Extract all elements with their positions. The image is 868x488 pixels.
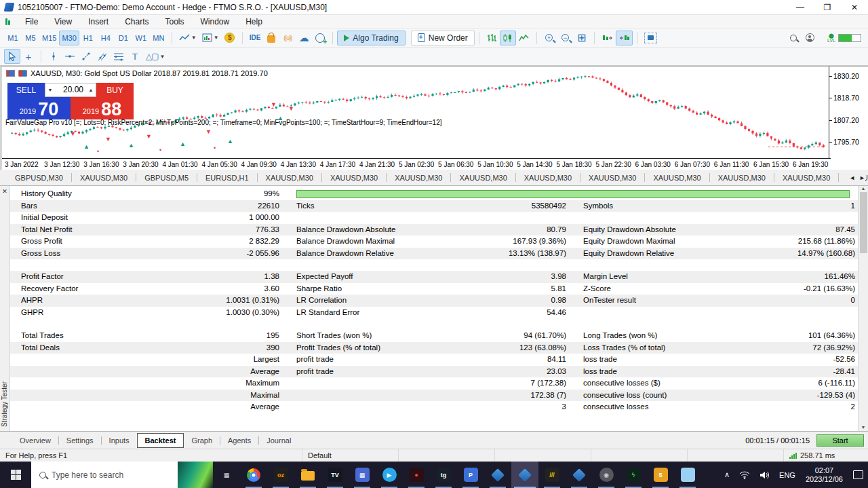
action-center-icon[interactable] [848, 462, 868, 488]
tester-row[interactable]: Bars22610Ticks53580492Symbols1 [10, 200, 858, 212]
file-explorer-icon[interactable] [294, 462, 321, 488]
timeframe-button-h1[interactable]: H1 [79, 31, 97, 45]
chart-tab[interactable]: XAUUSD,M30 [516, 171, 580, 185]
menu-item-window[interactable]: Window [193, 16, 238, 28]
cloud-icon[interactable]: ☁ [296, 31, 312, 45]
chart-tab[interactable]: XAUUSD,M30 [580, 171, 644, 185]
latency-cell[interactable]: 258.71 ms [783, 449, 868, 462]
timeframe-button-h4[interactable]: H4 [97, 31, 115, 45]
wifi-icon[interactable] [734, 462, 755, 488]
zoom-out-icon[interactable]: − [557, 31, 574, 45]
menu-item-insert[interactable]: Insert [80, 16, 117, 28]
tester-row[interactable]: AHPR1.0031 (0.31%)LR Correlation0.98OnTe… [10, 295, 858, 307]
timeframe-button-m5[interactable]: M5 [22, 31, 39, 45]
price-axis[interactable]: 1830.201818.701807.201795.70 [829, 67, 868, 159]
line-chart-mode-icon[interactable] [516, 31, 532, 45]
profile-cell[interactable]: Default [302, 449, 398, 462]
menu-item-file[interactable]: File [17, 16, 46, 28]
tester-tab-journal[interactable]: Journal [259, 433, 298, 448]
chart-tab[interactable]: XAUUSD,M30 [774, 171, 838, 185]
number5-app-icon[interactable]: 5 [647, 462, 674, 488]
market-store-icon[interactable] [263, 31, 279, 45]
timeframe-button-d1[interactable]: D1 [115, 31, 132, 45]
tester-tab-settings[interactable]: Settings [59, 433, 101, 448]
bid-price[interactable]: 2019 70 [7, 97, 71, 119]
volume-icon[interactable] [755, 462, 774, 488]
lightning-app-icon[interactable]: ϟ [620, 462, 647, 488]
auto-scroll-icon[interactable] [599, 31, 616, 45]
tester-close-icon[interactable]: ✕ [0, 186, 9, 195]
tile-windows-icon[interactable]: ⊞ [574, 31, 590, 45]
cursor-tool[interactable] [4, 49, 20, 64]
dark-red-app-icon[interactable]: ● [403, 462, 430, 488]
chart-tab[interactable]: EURUSD,H1 [197, 171, 257, 185]
tester-row[interactable]: Total Net Profit776.33Balance Drawdown A… [10, 224, 858, 236]
account-icon[interactable] [802, 31, 818, 45]
channel-tool[interactable] [94, 49, 111, 64]
minimize-button[interactable]: — [787, 0, 814, 14]
chart-tab[interactable]: GBPUSD,M5 [136, 171, 197, 185]
start-menu-button[interactable] [0, 462, 31, 488]
chart-type-dropdown[interactable]: ▼ [176, 31, 199, 45]
new-order-button[interactable]: New Order [411, 31, 475, 45]
hidden-icons-chevron[interactable]: ∧ [719, 462, 734, 488]
volume-stepper[interactable]: ▼ 20.00 ▲ [45, 83, 96, 97]
close-button[interactable]: ✕ [841, 0, 868, 14]
zoom-in-icon[interactable]: + [541, 31, 557, 45]
chart-tab[interactable]: GBPUSD,M30 [7, 171, 71, 185]
trendline-tool[interactable] [78, 49, 94, 64]
tester-tab-overview[interactable]: Overview [12, 433, 58, 448]
candlestick-mode-icon[interactable] [500, 31, 516, 45]
gray-circle-app-icon[interactable]: ◉ [593, 462, 620, 488]
menu-item-charts[interactable]: Charts [117, 16, 157, 28]
tester-row[interactable]: Maximal172.38 (7)consecutive loss (count… [10, 390, 858, 402]
fibonacci-tool[interactable] [111, 49, 127, 64]
timeframe-button-mn[interactable]: MN [150, 31, 167, 45]
tester-row[interactable]: Maximum7 (172.38)consecutive losses ($)6… [10, 377, 858, 390]
time-axis[interactable]: 3 Jan 20223 Jan 12:303 Jan 16:303 Jan 20… [2, 158, 831, 170]
volume-up-icon[interactable]: ▲ [86, 83, 96, 96]
web-community-icon[interactable] [312, 31, 328, 45]
tester-row[interactable]: Total Deals390Profit Trades (% of total)… [10, 342, 858, 354]
chart-tab[interactable]: XAUUSD,M30 [322, 171, 386, 185]
mt5-blue-icon[interactable] [484, 462, 511, 488]
signals-icon[interactable]: ((o)) [279, 31, 296, 45]
chart-tab[interactable]: XAUUSD,M30 [387, 171, 450, 185]
tester-row[interactable]: Averageprofit trade23.03loss trade-28.41 [10, 366, 858, 378]
blue-grid-app-icon[interactable]: ▦ [349, 462, 376, 488]
tabs-scroll-left-icon[interactable]: ◄ [849, 174, 855, 181]
volume-value[interactable]: 20.00 [55, 83, 86, 96]
chart-mode-icon[interactable] [18, 70, 27, 77]
tester-row[interactable]: Gross Loss-2 055.96Balance Drawdown Rela… [10, 248, 858, 260]
tester-scrollbar[interactable]: ▲ ▼ [858, 186, 868, 431]
shapes-tool[interactable]: △▢▼ [143, 49, 167, 64]
maximize-button[interactable]: ❐ [814, 0, 841, 14]
screenshot-icon[interactable] [642, 31, 660, 45]
volume-down-icon[interactable]: ▼ [45, 83, 55, 96]
timeframe-button-m15[interactable]: M15 [39, 31, 59, 45]
scroll-thumb[interactable] [860, 192, 867, 253]
ask-price[interactable]: 2019 88 [71, 97, 134, 119]
search-icon[interactable] [785, 31, 802, 45]
chip-app-icon[interactable] [674, 462, 701, 488]
menu-item-view[interactable]: View [46, 16, 80, 28]
tester-tab-agents[interactable]: Agents [220, 433, 258, 448]
text-tool[interactable]: T [127, 49, 143, 64]
search-highlight-image[interactable] [178, 462, 213, 488]
bar-chart-mode-icon[interactable] [484, 31, 500, 45]
tester-row[interactable]: Total Trades195Short Trades (won %)94 (6… [10, 330, 858, 342]
tester-row[interactable]: Largestprofit trade84.11loss trade-52.56 [10, 354, 858, 366]
tester-tab-graph[interactable]: Graph [184, 433, 220, 448]
buy-button[interactable]: BUY [96, 83, 134, 97]
tabs-scroll-right-icon[interactable]: ► [859, 174, 865, 181]
taskbar-search-input[interactable]: Type here to search [31, 462, 213, 488]
sell-button[interactable]: SELL [7, 83, 45, 97]
chart-tab[interactable]: XAUUSD,M30 [710, 171, 774, 185]
start-button[interactable]: Start [816, 434, 864, 447]
vertical-line-tool[interactable] [45, 49, 62, 64]
timeframe-button-m30[interactable]: M30 [59, 31, 79, 45]
ide-button[interactable]: IDE [247, 31, 264, 45]
task-view-icon[interactable]: ▦ [213, 462, 240, 488]
crosshair-tool[interactable]: + [20, 49, 37, 64]
algo-trading-button[interactable]: Algo Trading [337, 31, 405, 45]
